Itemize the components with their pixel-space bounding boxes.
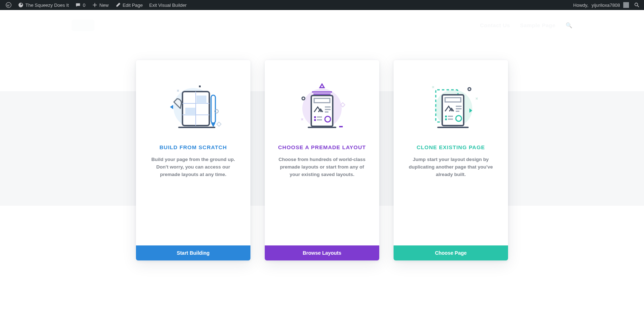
comments-menu[interactable]: 0 <box>72 0 88 10</box>
spacer <box>394 179 508 245</box>
card-description: Jump start your layout design by duplica… <box>394 156 508 179</box>
card-description: Build your page from the ground up. Don'… <box>136 156 250 179</box>
start-building-button[interactable]: Start Building <box>136 245 250 260</box>
svg-point-1 <box>635 3 638 6</box>
card-title: CHOOSE A PREMADE LAYOUT <box>265 144 379 156</box>
site-name-menu[interactable]: The Squeezy Does It <box>15 0 72 10</box>
card-premade-layout: CHOOSE A PREMADE LAYOUT Choose from hund… <box>265 60 379 260</box>
plus-icon <box>92 2 98 8</box>
site-title: The Squeezy Does It <box>25 3 69 8</box>
exit-visual-builder-link[interactable]: Exit Visual Builder <box>146 0 190 10</box>
svg-point-0 <box>6 3 11 8</box>
svg-marker-12 <box>170 105 173 109</box>
new-label: New <box>99 3 109 8</box>
comment-icon <box>75 2 81 8</box>
spacer <box>265 179 379 245</box>
edit-page-label: Edit Page <box>123 3 143 8</box>
builder-start-modal: BUILD FROM SCRATCH Build your page from … <box>0 10 644 322</box>
wp-logo-menu[interactable] <box>3 0 14 10</box>
illustration-build <box>136 60 250 144</box>
card-clone-page: CLONE EXISTING PAGE Jump start your layo… <box>394 60 508 260</box>
admin-bar-right: Howdy, yijuriloxa7808 <box>570 0 641 10</box>
svg-rect-23 <box>314 116 316 118</box>
wordpress-icon <box>6 2 11 8</box>
exit-builder-label: Exit Visual Builder <box>149 3 187 8</box>
svg-point-30 <box>302 97 305 100</box>
svg-rect-14 <box>199 86 201 87</box>
card-title: BUILD FROM SCRATCH <box>136 144 250 156</box>
card-build-from-scratch: BUILD FROM SCRATCH Build your page from … <box>136 60 250 260</box>
svg-marker-10 <box>211 123 215 127</box>
avatar <box>623 2 629 8</box>
comments-count: 0 <box>83 3 85 8</box>
svg-rect-9 <box>211 95 215 123</box>
illustration-premade <box>265 60 379 144</box>
spacer <box>136 179 250 245</box>
svg-rect-39 <box>445 116 447 117</box>
edit-page-link[interactable]: Edit Page <box>112 0 146 10</box>
svg-marker-29 <box>320 84 324 88</box>
new-content-menu[interactable]: New <box>89 0 112 10</box>
browse-layouts-button[interactable]: Browse Layouts <box>265 245 379 260</box>
card-description: Choose from hundreds of world-class prem… <box>265 156 379 179</box>
svg-point-46 <box>468 88 471 91</box>
choose-page-button[interactable]: Choose Page <box>394 245 508 260</box>
scratch-illustration-icon <box>157 79 229 136</box>
option-cards-row: BUILD FROM SCRATCH Build your page from … <box>136 60 508 260</box>
clone-illustration-icon <box>415 79 487 136</box>
search-icon <box>634 2 640 8</box>
wp-admin-bar: The Squeezy Does It 0 New Edit Page Exit… <box>0 0 644 10</box>
svg-rect-40 <box>445 118 447 120</box>
my-account-menu[interactable]: Howdy, yijuriloxa7808 <box>570 0 632 10</box>
card-title: CLONE EXISTING PAGE <box>394 144 508 156</box>
username: yijuriloxa7808 <box>592 3 620 8</box>
search-toggle[interactable] <box>633 0 641 10</box>
svg-rect-8 <box>185 108 195 116</box>
admin-bar-left: The Squeezy Does It 0 New Edit Page Exit… <box>3 0 190 10</box>
howdy-prefix: Howdy, <box>573 3 588 8</box>
svg-rect-24 <box>314 119 316 121</box>
svg-rect-7 <box>196 96 206 103</box>
dashboard-icon <box>18 2 24 8</box>
illustration-clone <box>394 60 508 144</box>
premade-illustration-icon <box>286 79 358 136</box>
pencil-icon <box>115 2 121 8</box>
